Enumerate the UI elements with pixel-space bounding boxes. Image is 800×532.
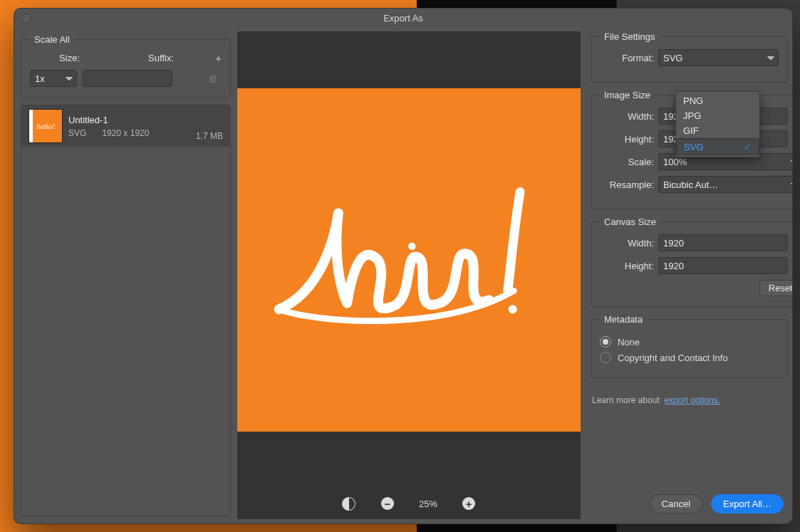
window-title: Export As (383, 13, 423, 24)
cancel-button[interactable]: Cancel (650, 494, 702, 513)
asset-thumbnail: hello! (28, 109, 63, 143)
canvas-width-input[interactable] (658, 234, 788, 251)
file-settings-legend: File Settings (600, 31, 660, 42)
asset-dimensions: 1920 x 1920 (102, 128, 149, 138)
delete-scale-button: 🗑 (204, 73, 222, 85)
format-option-gif[interactable]: GIF (676, 123, 759, 138)
image-height-label: Height: (600, 134, 654, 145)
svg-point-0 (509, 305, 517, 313)
scale-all-legend: Scale All (30, 34, 74, 45)
zoom-out-button[interactable]: − (380, 496, 395, 511)
canvas-size-legend: Canvas Size (600, 217, 660, 227)
preview-toolbar: − 25% + (237, 488, 581, 519)
canvas-width-label: Width: (600, 238, 654, 249)
metadata-copyright-radio[interactable]: Copyright and Contact Info (600, 352, 779, 363)
canvas-size-group: Canvas Size Width: px Height: px Reset (591, 217, 793, 307)
asset-filesize: 1.7 MB (196, 131, 223, 141)
contrast-toggle[interactable] (342, 496, 356, 511)
add-scale-button[interactable]: + (215, 52, 222, 64)
radio-icon (600, 336, 611, 348)
close-window-button[interactable] (21, 14, 31, 24)
learn-more-text: Learn more about export options. (592, 395, 788, 405)
asset-name: Untitled-1 (68, 115, 149, 125)
format-option-svg[interactable]: SVG✓ (676, 138, 759, 155)
export-options-link[interactable]: export options. (664, 395, 720, 405)
suffix-input[interactable] (83, 70, 172, 87)
resample-label: Resample: (600, 179, 654, 190)
reset-button[interactable]: Reset (759, 280, 793, 296)
check-icon: ✓ (744, 142, 752, 152)
asset-format: SVG (68, 128, 86, 138)
resample-select[interactable]: Bicubic Aut… (658, 176, 793, 193)
preview-panel: − 25% + (237, 31, 581, 519)
hello-script-icon (254, 105, 563, 414)
format-label: Format: (600, 53, 654, 63)
export-as-dialog: Export As Scale All Size: Suffix: + 1x 🗑 (14, 8, 793, 524)
file-settings-group: File Settings Format: SVG PNG JPG GIF SV… (591, 31, 788, 83)
metadata-group: Metadata None Copyright and Contact Info (591, 314, 788, 378)
zoom-in-button[interactable]: + (462, 496, 476, 511)
titlebar[interactable]: Export As (14, 9, 792, 27)
size-label: Size: (30, 53, 85, 63)
metadata-none-radio[interactable]: None (600, 336, 779, 348)
zoom-level: 25% (419, 499, 437, 509)
image-width-unit: px (792, 111, 793, 122)
svg-point-1 (408, 242, 415, 249)
export-all-button[interactable]: Export All… (711, 494, 784, 513)
suffix-label: Suffix: (88, 53, 180, 63)
canvas-height-input[interactable] (658, 257, 788, 274)
scale-label: Scale: (600, 157, 654, 167)
canvas-width-unit: px (792, 238, 793, 249)
scale-all-group: Scale All Size: Suffix: + 1x 🗑 (21, 34, 231, 98)
canvas-height-unit: px (792, 261, 793, 271)
format-dropdown[interactable]: PNG JPG GIF SVG✓ (675, 91, 760, 157)
format-option-png[interactable]: PNG (676, 93, 759, 108)
artwork-preview (237, 88, 581, 432)
asset-list: hello! Untitled-1 SVG 1920 x 1920 1.7 MB (21, 105, 231, 516)
metadata-legend: Metadata (600, 314, 647, 325)
asset-row[interactable]: hello! Untitled-1 SVG 1920 x 1920 1.7 MB (21, 105, 230, 147)
image-height-unit: px (792, 134, 793, 145)
format-option-jpg[interactable]: JPG (676, 108, 759, 123)
format-select[interactable]: SVG (658, 49, 779, 66)
canvas-height-label: Height: (600, 261, 654, 271)
size-select[interactable]: 1x (30, 70, 77, 87)
radio-icon (600, 352, 611, 363)
image-width-label: Width: (600, 111, 654, 122)
image-size-legend: Image Size (600, 90, 655, 100)
